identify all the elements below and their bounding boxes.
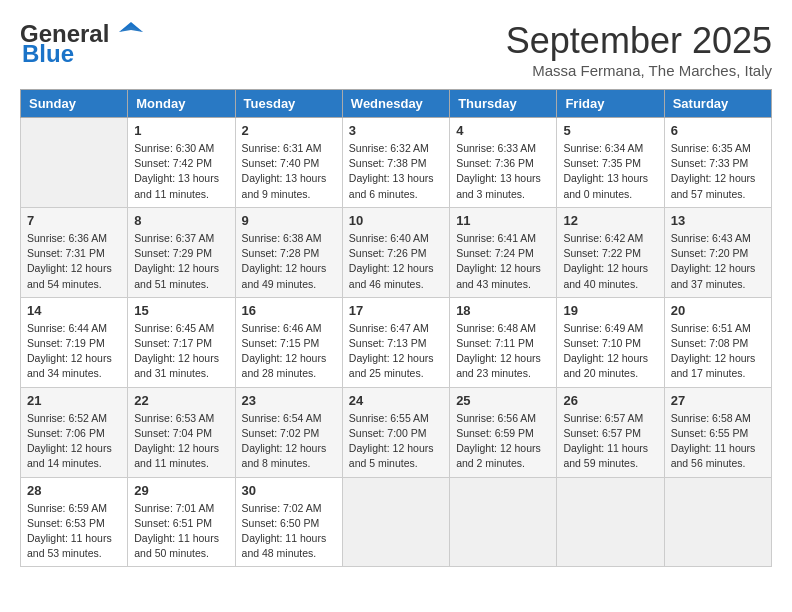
page-header: General Blue September 2025 Massa Ferman… — [20, 20, 772, 79]
day-cell: 20Sunrise: 6:51 AMSunset: 7:08 PMDayligh… — [664, 297, 771, 387]
day-info: Sunrise: 6:53 AMSunset: 7:04 PMDaylight:… — [134, 411, 228, 472]
day-info: Sunrise: 6:49 AMSunset: 7:10 PMDaylight:… — [563, 321, 657, 382]
day-cell: 16Sunrise: 6:46 AMSunset: 7:15 PMDayligh… — [235, 297, 342, 387]
day-cell: 6Sunrise: 6:35 AMSunset: 7:33 PMDaylight… — [664, 118, 771, 208]
day-info: Sunrise: 6:57 AMSunset: 6:57 PMDaylight:… — [563, 411, 657, 472]
day-info: Sunrise: 6:34 AMSunset: 7:35 PMDaylight:… — [563, 141, 657, 202]
day-number: 6 — [671, 123, 765, 138]
day-cell — [342, 477, 449, 567]
day-cell: 26Sunrise: 6:57 AMSunset: 6:57 PMDayligh… — [557, 387, 664, 477]
day-cell: 25Sunrise: 6:56 AMSunset: 6:59 PMDayligh… — [450, 387, 557, 477]
day-cell — [557, 477, 664, 567]
day-info: Sunrise: 6:58 AMSunset: 6:55 PMDaylight:… — [671, 411, 765, 472]
day-number: 24 — [349, 393, 443, 408]
day-cell: 8Sunrise: 6:37 AMSunset: 7:29 PMDaylight… — [128, 207, 235, 297]
day-number: 20 — [671, 303, 765, 318]
day-number: 25 — [456, 393, 550, 408]
day-number: 7 — [27, 213, 121, 228]
day-number: 16 — [242, 303, 336, 318]
day-info: Sunrise: 6:56 AMSunset: 6:59 PMDaylight:… — [456, 411, 550, 472]
day-cell: 13Sunrise: 6:43 AMSunset: 7:20 PMDayligh… — [664, 207, 771, 297]
day-number: 14 — [27, 303, 121, 318]
day-number: 11 — [456, 213, 550, 228]
day-info: Sunrise: 6:43 AMSunset: 7:20 PMDaylight:… — [671, 231, 765, 292]
day-number: 29 — [134, 483, 228, 498]
week-row-4: 21Sunrise: 6:52 AMSunset: 7:06 PMDayligh… — [21, 387, 772, 477]
day-cell: 24Sunrise: 6:55 AMSunset: 7:00 PMDayligh… — [342, 387, 449, 477]
calendar-table: SundayMondayTuesdayWednesdayThursdayFrid… — [20, 89, 772, 567]
week-row-3: 14Sunrise: 6:44 AMSunset: 7:19 PMDayligh… — [21, 297, 772, 387]
header-cell-monday: Monday — [128, 90, 235, 118]
day-cell: 5Sunrise: 6:34 AMSunset: 7:35 PMDaylight… — [557, 118, 664, 208]
day-number: 27 — [671, 393, 765, 408]
day-info: Sunrise: 7:01 AMSunset: 6:51 PMDaylight:… — [134, 501, 228, 562]
day-cell: 21Sunrise: 6:52 AMSunset: 7:06 PMDayligh… — [21, 387, 128, 477]
header-cell-saturday: Saturday — [664, 90, 771, 118]
day-cell: 12Sunrise: 6:42 AMSunset: 7:22 PMDayligh… — [557, 207, 664, 297]
day-cell — [450, 477, 557, 567]
logo-bird-icon — [111, 18, 143, 46]
day-number: 8 — [134, 213, 228, 228]
day-info: Sunrise: 6:47 AMSunset: 7:13 PMDaylight:… — [349, 321, 443, 382]
day-cell: 9Sunrise: 6:38 AMSunset: 7:28 PMDaylight… — [235, 207, 342, 297]
header-row: SundayMondayTuesdayWednesdayThursdayFrid… — [21, 90, 772, 118]
day-info: Sunrise: 6:59 AMSunset: 6:53 PMDaylight:… — [27, 501, 121, 562]
day-cell: 3Sunrise: 6:32 AMSunset: 7:38 PMDaylight… — [342, 118, 449, 208]
location-subtitle: Massa Fermana, The Marches, Italy — [506, 62, 772, 79]
day-info: Sunrise: 7:02 AMSunset: 6:50 PMDaylight:… — [242, 501, 336, 562]
day-info: Sunrise: 6:33 AMSunset: 7:36 PMDaylight:… — [456, 141, 550, 202]
header-cell-tuesday: Tuesday — [235, 90, 342, 118]
day-info: Sunrise: 6:38 AMSunset: 7:28 PMDaylight:… — [242, 231, 336, 292]
day-cell: 7Sunrise: 6:36 AMSunset: 7:31 PMDaylight… — [21, 207, 128, 297]
header-cell-friday: Friday — [557, 90, 664, 118]
day-cell: 14Sunrise: 6:44 AMSunset: 7:19 PMDayligh… — [21, 297, 128, 387]
day-number: 3 — [349, 123, 443, 138]
day-cell: 27Sunrise: 6:58 AMSunset: 6:55 PMDayligh… — [664, 387, 771, 477]
day-info: Sunrise: 6:48 AMSunset: 7:11 PMDaylight:… — [456, 321, 550, 382]
logo-blue-text: Blue — [22, 40, 74, 68]
day-cell: 2Sunrise: 6:31 AMSunset: 7:40 PMDaylight… — [235, 118, 342, 208]
day-info: Sunrise: 6:41 AMSunset: 7:24 PMDaylight:… — [456, 231, 550, 292]
logo: General Blue — [20, 20, 143, 68]
day-cell: 23Sunrise: 6:54 AMSunset: 7:02 PMDayligh… — [235, 387, 342, 477]
day-info: Sunrise: 6:30 AMSunset: 7:42 PMDaylight:… — [134, 141, 228, 202]
day-number: 22 — [134, 393, 228, 408]
day-cell: 4Sunrise: 6:33 AMSunset: 7:36 PMDaylight… — [450, 118, 557, 208]
day-cell: 10Sunrise: 6:40 AMSunset: 7:26 PMDayligh… — [342, 207, 449, 297]
header-cell-thursday: Thursday — [450, 90, 557, 118]
day-number: 12 — [563, 213, 657, 228]
day-info: Sunrise: 6:40 AMSunset: 7:26 PMDaylight:… — [349, 231, 443, 292]
week-row-1: 1Sunrise: 6:30 AMSunset: 7:42 PMDaylight… — [21, 118, 772, 208]
day-cell — [21, 118, 128, 208]
day-number: 19 — [563, 303, 657, 318]
day-cell: 18Sunrise: 6:48 AMSunset: 7:11 PMDayligh… — [450, 297, 557, 387]
day-number: 9 — [242, 213, 336, 228]
day-info: Sunrise: 6:54 AMSunset: 7:02 PMDaylight:… — [242, 411, 336, 472]
header-cell-sunday: Sunday — [21, 90, 128, 118]
calendar-body: 1Sunrise: 6:30 AMSunset: 7:42 PMDaylight… — [21, 118, 772, 567]
day-cell: 30Sunrise: 7:02 AMSunset: 6:50 PMDayligh… — [235, 477, 342, 567]
day-number: 2 — [242, 123, 336, 138]
day-info: Sunrise: 6:52 AMSunset: 7:06 PMDaylight:… — [27, 411, 121, 472]
day-number: 17 — [349, 303, 443, 318]
day-cell: 17Sunrise: 6:47 AMSunset: 7:13 PMDayligh… — [342, 297, 449, 387]
day-number: 21 — [27, 393, 121, 408]
day-info: Sunrise: 6:55 AMSunset: 7:00 PMDaylight:… — [349, 411, 443, 472]
day-number: 1 — [134, 123, 228, 138]
day-info: Sunrise: 6:46 AMSunset: 7:15 PMDaylight:… — [242, 321, 336, 382]
day-number: 13 — [671, 213, 765, 228]
week-row-2: 7Sunrise: 6:36 AMSunset: 7:31 PMDaylight… — [21, 207, 772, 297]
day-number: 26 — [563, 393, 657, 408]
header-cell-wednesday: Wednesday — [342, 90, 449, 118]
day-cell: 1Sunrise: 6:30 AMSunset: 7:42 PMDaylight… — [128, 118, 235, 208]
day-info: Sunrise: 6:35 AMSunset: 7:33 PMDaylight:… — [671, 141, 765, 202]
day-number: 15 — [134, 303, 228, 318]
day-cell: 15Sunrise: 6:45 AMSunset: 7:17 PMDayligh… — [128, 297, 235, 387]
day-info: Sunrise: 6:42 AMSunset: 7:22 PMDaylight:… — [563, 231, 657, 292]
day-number: 18 — [456, 303, 550, 318]
day-number: 23 — [242, 393, 336, 408]
day-number: 5 — [563, 123, 657, 138]
day-cell: 28Sunrise: 6:59 AMSunset: 6:53 PMDayligh… — [21, 477, 128, 567]
day-info: Sunrise: 6:51 AMSunset: 7:08 PMDaylight:… — [671, 321, 765, 382]
day-number: 30 — [242, 483, 336, 498]
